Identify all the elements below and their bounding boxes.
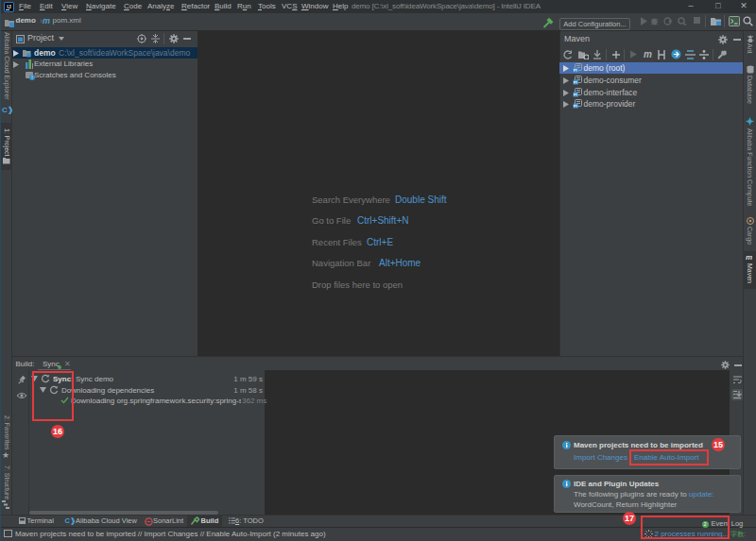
svg-text:!: ! bbox=[31, 75, 32, 80]
